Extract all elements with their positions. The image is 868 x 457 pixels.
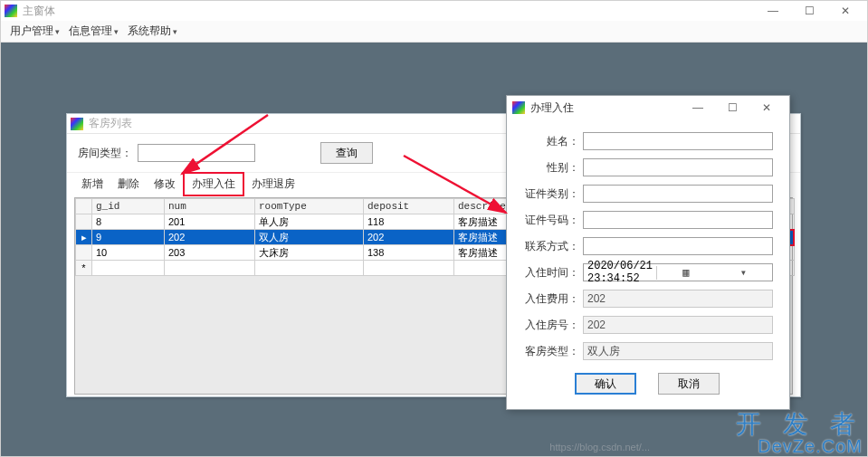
menu-info[interactable]: 信息管理▾ <box>65 22 122 41</box>
app-icon <box>5 5 17 17</box>
row-header-col <box>76 199 92 214</box>
tb-edit[interactable]: 修改 <box>147 174 183 195</box>
new-row-header: * <box>76 261 92 276</box>
cell-roomType[interactable]: 双人房 <box>255 230 364 245</box>
main-titlebar: 主窗体 — ☐ ✕ <box>1 1 867 21</box>
roomtype-label: 客房类型： <box>521 344 579 359</box>
checkin-time-label: 入住时间： <box>521 265 579 281</box>
sex-input[interactable] <box>583 158 773 176</box>
roomno-input <box>583 316 773 334</box>
checkin-datetime-picker[interactable]: 2020/06/21 23:34:52 ▦ ▾ <box>583 263 773 281</box>
idno-label: 证件号码： <box>521 213 579 228</box>
cell-num[interactable]: 202 <box>165 230 255 245</box>
close-button[interactable]: ✕ <box>827 2 863 20</box>
dropdown-icon[interactable]: ▾ <box>715 266 773 280</box>
mdi-client-area: 客房列表 房间类型： 查询 新增 删除 修改 办理入住 办理退房 <box>1 43 867 456</box>
child-icon <box>71 118 83 130</box>
contact-input[interactable] <box>583 237 773 255</box>
checkin-datetime-value: 2020/06/21 23:34:52 <box>584 260 656 285</box>
main-window: 主窗体 — ☐ ✕ 用户管理▾ 信息管理▾ 系统帮助▾ 客房列表 房间类型： 查… <box>0 0 868 457</box>
ok-button[interactable]: 确认 <box>575 373 636 395</box>
cancel-button[interactable]: 取消 <box>658 373 720 395</box>
cell-empty[interactable] <box>364 261 454 276</box>
tb-checkin[interactable]: 办理入住 <box>183 172 244 196</box>
dialog-minimize-button[interactable]: — <box>681 99 715 117</box>
footer-url: https://blog.csdn.net/... <box>549 442 650 452</box>
cell-g_id[interactable]: 9 <box>92 230 165 245</box>
calendar-icon[interactable]: ▦ <box>656 266 715 280</box>
cell-num[interactable]: 203 <box>165 245 255 261</box>
cell-empty[interactable] <box>92 261 165 276</box>
maximize-button[interactable]: ☐ <box>791 2 827 20</box>
name-label: 姓名： <box>521 134 579 149</box>
idtype-input[interactable] <box>583 185 773 203</box>
cell-g_id[interactable]: 10 <box>92 245 165 261</box>
contact-label: 联系方式： <box>521 239 579 254</box>
tb-checkout[interactable]: 办理退房 <box>244 174 302 195</box>
idtype-label: 证件类别： <box>521 186 579 202</box>
dialog-icon <box>512 101 525 114</box>
col-num[interactable]: num <box>165 199 255 214</box>
minimize-button[interactable]: — <box>755 2 791 20</box>
fee-input <box>583 290 773 308</box>
dialog-body: 姓名： 性别： 证件类别： 证件号码： 联系方式： 入住时间： 2020/06/… <box>507 119 789 404</box>
dialog-titlebar: 办理入住 — ☐ ✕ <box>507 96 789 119</box>
cell-deposit[interactable]: 118 <box>364 214 454 230</box>
col-roomtype[interactable]: roomType <box>255 199 364 214</box>
col-gid[interactable]: g_id <box>92 199 165 214</box>
cell-roomType[interactable]: 大床房 <box>255 245 364 261</box>
roomno-label: 入住房号： <box>521 318 579 333</box>
menu-help[interactable]: 系统帮助▾ <box>124 22 181 41</box>
cell-deposit[interactable]: 138 <box>364 245 454 261</box>
room-type-input[interactable] <box>138 144 255 162</box>
menubar: 用户管理▾ 信息管理▾ 系统帮助▾ <box>1 21 867 43</box>
dialog-maximize-button[interactable]: ☐ <box>715 99 749 117</box>
cell-roomType[interactable]: 单人房 <box>255 214 364 230</box>
cell-deposit[interactable]: 202 <box>364 230 454 245</box>
col-deposit[interactable]: deposit <box>364 199 454 214</box>
cell-empty[interactable] <box>255 261 364 276</box>
cell-num[interactable]: 201 <box>165 214 255 230</box>
tb-add[interactable]: 新增 <box>74 174 110 195</box>
tb-delete[interactable]: 删除 <box>110 174 147 195</box>
name-input[interactable] <box>583 132 773 150</box>
query-button[interactable]: 查询 <box>320 142 373 164</box>
roomtype-input <box>583 342 773 360</box>
dialog-close-button[interactable]: ✕ <box>749 99 784 117</box>
checkin-dialog: 办理入住 — ☐ ✕ 姓名： 性别： 证件类别： 证件号码： 联系方式： 入住时… <box>506 95 790 410</box>
fee-label: 入住费用： <box>521 291 579 307</box>
room-type-label: 房间类型： <box>78 146 132 161</box>
dialog-title: 办理入住 <box>530 100 681 116</box>
row-header: ▸ <box>76 230 92 245</box>
row-header <box>76 245 92 261</box>
sex-label: 性别： <box>521 160 579 176</box>
main-title: 主窗体 <box>23 4 755 19</box>
cell-g_id[interactable]: 8 <box>92 214 165 230</box>
row-header <box>76 214 92 230</box>
cell-empty[interactable] <box>165 261 255 276</box>
idno-input[interactable] <box>583 211 773 229</box>
dialog-buttons: 确认 取消 <box>521 373 773 395</box>
menu-user[interactable]: 用户管理▾ <box>6 22 63 41</box>
